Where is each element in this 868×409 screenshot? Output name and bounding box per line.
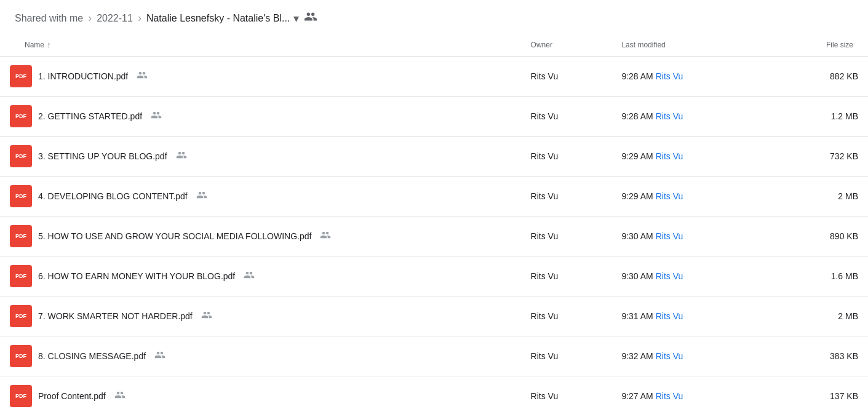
current-folder-label: Natalie Lesnefsky - Natalie's Bl... <box>146 13 290 24</box>
file-modified-cell: 9:29 AM Rits Vu <box>611 177 768 216</box>
file-size-cell: 2 MB <box>768 177 868 216</box>
file-name-label: 1. INTRODUCTION.pdf <box>38 71 128 81</box>
breadcrumb-current-folder: Natalie Lesnefsky - Natalie's Bl... ▾ <box>146 12 299 25</box>
table-row[interactable]: PDF2. GETTING STARTED.pdf Rits Vu9:28 AM… <box>0 97 868 137</box>
file-name-label: 6. HOW TO EARN MONEY WITH YOUR BLOG.pdf <box>38 271 235 281</box>
table-row[interactable]: PDF3. SETTING UP YOUR BLOG.pdf Rits Vu9:… <box>0 137 868 177</box>
pdf-icon: PDF <box>10 225 32 247</box>
breadcrumb-sep-2: › <box>138 12 141 25</box>
table-row[interactable]: PDF8. CLOSING MESSAGE.pdf Rits Vu9:32 AM… <box>0 336 868 376</box>
file-owner-cell: Rits Vu <box>521 137 612 177</box>
file-owner-cell: Rits Vu <box>521 256 612 296</box>
file-name-label: 7. WORK SMARTER NOT HARDER.pdf <box>38 311 193 321</box>
shared-people-icon <box>176 149 187 163</box>
pdf-icon: PDF <box>10 265 32 287</box>
table-row[interactable]: PDF1. INTRODUCTION.pdf Rits Vu9:28 AM Ri… <box>0 57 868 97</box>
shared-people-icon <box>201 309 212 323</box>
file-name-label: Proof Content.pdf <box>38 391 106 401</box>
file-owner-cell: Rits Vu <box>521 216 612 256</box>
table-row[interactable]: PDF7. WORK SMARTER NOT HARDER.pdf Rits V… <box>0 296 868 336</box>
column-filesize-label: File size <box>826 41 853 49</box>
file-modified-cell: 9:30 AM Rits Vu <box>611 216 768 256</box>
file-name-label: 2. GETTING STARTED.pdf <box>38 111 142 121</box>
file-modified-cell: 9:29 AM Rits Vu <box>611 137 768 177</box>
table-row[interactable]: PDF5. HOW TO USE AND GROW YOUR SOCIAL ME… <box>0 216 868 256</box>
file-size-cell: 383 KB <box>768 336 868 376</box>
th-file-size[interactable]: File size <box>768 34 868 57</box>
pdf-icon: PDF <box>10 145 32 167</box>
people-icon[interactable] <box>304 10 317 26</box>
file-name-label: 3. SETTING UP YOUR BLOG.pdf <box>38 151 167 161</box>
shared-people-icon <box>196 189 207 203</box>
shared-people-icon <box>151 109 162 123</box>
breadcrumb-shared[interactable]: Shared with me <box>15 13 83 24</box>
file-owner-cell: Rits Vu <box>521 336 612 376</box>
file-modified-cell: 9:28 AM Rits Vu <box>611 97 768 137</box>
shared-people-icon <box>114 389 125 403</box>
file-name-label: 5. HOW TO USE AND GROW YOUR SOCIAL MEDIA… <box>38 231 311 241</box>
pdf-icon: PDF <box>10 185 32 207</box>
file-name-cell: PDF1. INTRODUCTION.pdf <box>0 57 521 96</box>
file-size-cell: 1.6 MB <box>768 256 868 296</box>
table-header-row: Name ↑ Owner Last modified File size <box>0 34 868 57</box>
file-owner-cell: Rits Vu <box>521 97 612 137</box>
file-owner-cell: Rits Vu <box>521 296 612 336</box>
file-modified-cell: 9:31 AM Rits Vu <box>611 296 768 336</box>
file-modified-cell: 9:30 AM Rits Vu <box>611 256 768 296</box>
file-owner-cell: Rits Vu <box>521 177 612 216</box>
pdf-icon: PDF <box>10 385 32 407</box>
file-size-cell: 890 KB <box>768 216 868 256</box>
file-modified-cell: 9:32 AM Rits Vu <box>611 336 768 376</box>
file-name-cell: PDF3. SETTING UP YOUR BLOG.pdf <box>0 137 521 176</box>
file-name-cell: PDF5. HOW TO USE AND GROW YOUR SOCIAL ME… <box>0 216 521 256</box>
table-row[interactable]: PDF6. HOW TO EARN MONEY WITH YOUR BLOG.p… <box>0 256 868 296</box>
table-row[interactable]: PDFProof Content.pdf Rits Vu9:27 AM Rits… <box>0 376 868 410</box>
file-size-cell: 1.2 MB <box>768 97 868 137</box>
pdf-icon: PDF <box>10 345 32 367</box>
file-size-cell: 2 MB <box>768 296 868 336</box>
file-name-label: 8. CLOSING MESSAGE.pdf <box>38 351 146 361</box>
file-size-cell: 732 KB <box>768 137 868 177</box>
table-row[interactable]: PDF4. DEVELOPING BLOG CONTENT.pdf Rits V… <box>0 177 868 216</box>
th-owner[interactable]: Owner <box>521 34 612 57</box>
file-name-cell: PDF2. GETTING STARTED.pdf <box>0 97 521 136</box>
file-name-cell: PDFProof Content.pdf <box>0 376 521 409</box>
column-modified-label: Last modified <box>621 41 665 49</box>
th-last-modified[interactable]: Last modified <box>611 34 768 57</box>
breadcrumb-sep-1: › <box>88 12 92 25</box>
shared-people-icon <box>137 69 148 83</box>
file-name-cell: PDF7. WORK SMARTER NOT HARDER.pdf <box>0 296 521 336</box>
shared-people-icon <box>244 269 255 283</box>
th-name[interactable]: Name ↑ <box>0 34 521 57</box>
file-owner-cell: Rits Vu <box>521 376 612 410</box>
dropdown-icon[interactable]: ▾ <box>293 12 299 25</box>
file-modified-cell: 9:27 AM Rits Vu <box>611 376 768 410</box>
pdf-icon: PDF <box>10 65 32 87</box>
file-name-cell: PDF4. DEVELOPING BLOG CONTENT.pdf <box>0 177 521 216</box>
file-owner-cell: Rits Vu <box>521 57 612 97</box>
file-size-cell: 137 KB <box>768 376 868 410</box>
breadcrumb: Shared with me › 2022-11 › Natalie Lesne… <box>0 0 868 34</box>
breadcrumb-year-month[interactable]: 2022-11 <box>97 13 133 24</box>
file-modified-cell: 9:28 AM Rits Vu <box>611 57 768 97</box>
file-table: Name ↑ Owner Last modified File size PDF… <box>0 34 868 409</box>
pdf-icon: PDF <box>10 105 32 127</box>
file-name-cell: PDF6. HOW TO EARN MONEY WITH YOUR BLOG.p… <box>0 256 521 296</box>
column-name-label: Name <box>25 41 44 49</box>
shared-people-icon <box>154 349 165 363</box>
shared-people-icon <box>320 229 331 243</box>
pdf-icon: PDF <box>10 305 32 327</box>
file-name-cell: PDF8. CLOSING MESSAGE.pdf <box>0 336 521 376</box>
file-size-cell: 882 KB <box>768 57 868 97</box>
file-name-label: 4. DEVELOPING BLOG CONTENT.pdf <box>38 191 188 201</box>
sort-arrow-icon: ↑ <box>47 40 51 50</box>
column-owner-label: Owner <box>531 41 552 49</box>
